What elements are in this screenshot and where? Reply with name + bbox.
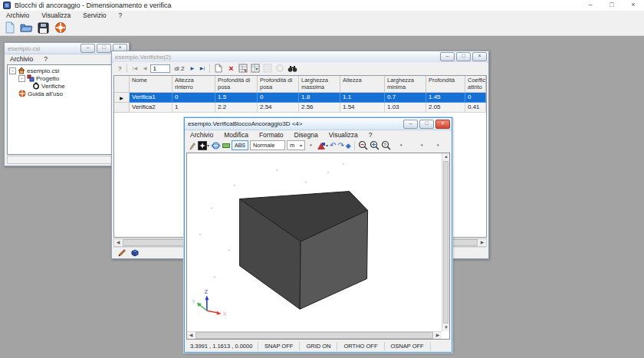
previous-record-button[interactable]: ◀ xyxy=(140,64,149,73)
pencil-icon[interactable] xyxy=(189,141,196,150)
osnap-toggle[interactable]: OSNAP OFF xyxy=(384,342,431,350)
view3d-minimize-button[interactable]: – xyxy=(403,120,418,129)
cell-value[interactable]: 1.54 xyxy=(340,103,385,113)
column-header[interactable]: Coefficiente attrito xyxy=(465,76,486,93)
scroll-down-icon[interactable]: ▼ xyxy=(442,324,450,331)
cell-value[interactable]: 2.2 xyxy=(215,103,258,113)
drawing-canvas[interactable]: Z X Y xyxy=(187,153,442,331)
expander-icon[interactable]: - xyxy=(18,75,25,82)
view3d-vertical-scrollbar[interactable]: ▲ ▼ xyxy=(442,153,449,331)
open-folder-icon[interactable] xyxy=(20,21,33,34)
menu-archivio[interactable]: Archivio xyxy=(0,11,35,20)
zoom-extents-icon[interactable] xyxy=(370,140,380,150)
toolbar-overflow-button[interactable]: ▾ xyxy=(434,140,442,151)
column-header[interactable]: Altezza rinterro xyxy=(172,76,215,93)
close-button[interactable]: × xyxy=(623,0,644,11)
selector-header[interactable] xyxy=(114,76,130,93)
tree-window-minimize-button[interactable]: – xyxy=(80,44,95,53)
cell-value[interactable]: 2.54 xyxy=(258,103,299,113)
unit-combobox[interactable]: m ▾ xyxy=(287,140,305,150)
grid-window-titlebar[interactable]: esempio.Verifiche(2) – □ × xyxy=(112,51,488,63)
column-header[interactable]: Larghezza minima xyxy=(385,76,426,93)
cell-value[interactable]: 1.45 xyxy=(426,93,465,103)
cell-value[interactable]: 2.56 xyxy=(299,103,340,113)
last-record-button[interactable]: ▶| xyxy=(198,64,206,73)
tree-node-guida[interactable]: Guida all'uso xyxy=(9,90,126,97)
combo-dropdown-button[interactable]: ▾ xyxy=(307,140,315,151)
row-selector[interactable] xyxy=(114,103,130,113)
cell-value[interactable]: 2.05 xyxy=(426,103,465,113)
cell-value[interactable]: 1.03 xyxy=(385,103,426,113)
delete-record-icon[interactable]: × xyxy=(225,64,236,74)
new-record-icon[interactable] xyxy=(213,64,224,74)
column-header[interactable]: Profondità di posa xyxy=(258,76,299,93)
new-document-icon[interactable] xyxy=(3,21,16,34)
column-header[interactable]: Larghezza massima xyxy=(299,76,340,93)
redo-icon[interactable]: ↷ xyxy=(337,141,343,150)
maximize-button[interactable]: □ xyxy=(601,0,623,11)
tree-menu-archivio[interactable]: Archivio xyxy=(5,54,38,64)
menu-help[interactable]: ? xyxy=(113,11,129,20)
menu-servizio[interactable]: Servizio xyxy=(77,11,112,20)
layer-color-button[interactable]: ▾ xyxy=(198,141,209,150)
grid-window-minimize-button[interactable]: – xyxy=(440,52,455,61)
cell-value[interactable]: 0 xyxy=(258,93,299,103)
tree-window-titlebar[interactable]: esempio.csi – □ × xyxy=(5,43,129,54)
edit-grid-icon[interactable] xyxy=(238,64,248,74)
scroll-right-icon[interactable]: ▶ xyxy=(434,332,442,339)
ortho-toggle[interactable]: ORTHO OFF xyxy=(337,342,383,350)
tree-menu-help[interactable]: ? xyxy=(38,54,53,64)
scroll-left-icon[interactable]: ◀ xyxy=(187,332,195,339)
column-header[interactable]: Profondità di posa xyxy=(215,76,258,93)
refresh-grid-icon[interactable] xyxy=(250,64,261,74)
style-combobox[interactable]: Normale xyxy=(250,140,285,150)
table-row[interactable]: ▶ Verifica1 0 1.5 0 1.8 1.1 0.7 1.45 0 xyxy=(114,93,486,103)
grid-toggle[interactable]: GRID ON xyxy=(299,342,337,350)
cell-value[interactable]: 1.5 xyxy=(215,93,258,103)
view3d-close-button[interactable]: × xyxy=(435,120,450,129)
orbit-icon[interactable] xyxy=(211,141,221,150)
cell-nome[interactable]: Verifica2 xyxy=(130,103,172,113)
record-position-input[interactable] xyxy=(150,64,170,73)
scrollbar-thumb[interactable] xyxy=(443,161,449,324)
row-selector-marker[interactable]: ▶ xyxy=(114,93,130,103)
find-binoculars-icon[interactable] xyxy=(287,64,297,74)
scroll-up-icon[interactable]: ▲ xyxy=(442,153,450,160)
cell-value[interactable]: 0.41 xyxy=(465,103,486,113)
cell-value[interactable]: 1.8 xyxy=(299,93,340,103)
tree-node-verifiche[interactable]: Verifiche xyxy=(9,82,126,90)
eraser-diamond-icon[interactable]: ◆ xyxy=(346,141,351,150)
tree-node-root[interactable]: - esempio.csi xyxy=(9,67,126,74)
cell-value[interactable]: 0.7 xyxy=(385,93,426,103)
view3d-horizontal-scrollbar[interactable]: ◀ ▶ xyxy=(187,331,442,339)
view3d-window-titlebar[interactable]: esempio.VerificaBloccoAncoraggio3D <4> –… xyxy=(185,118,452,130)
scrollbar-thumb[interactable] xyxy=(196,332,433,339)
cell-value[interactable]: 1 xyxy=(172,103,215,113)
cell-nome[interactable]: Verifica1 xyxy=(130,93,172,103)
grid-window-close-button[interactable]: × xyxy=(472,52,487,61)
view-style-button[interactable]: ▾ xyxy=(317,141,328,150)
column-header[interactable]: Altezza xyxy=(340,76,385,93)
snap-toggle[interactable]: SNAP OFF xyxy=(258,342,299,350)
undo-icon[interactable]: ↶ xyxy=(330,141,336,150)
zoom-out-icon[interactable] xyxy=(358,140,368,150)
scroll-right-icon[interactable]: ▶ xyxy=(478,239,486,246)
toolbar-overflow-button[interactable]: ▾ xyxy=(418,140,426,151)
zoom-window-icon[interactable]: ? xyxy=(381,140,391,150)
help-lifebuoy-icon[interactable] xyxy=(54,21,67,34)
save-icon[interactable] xyxy=(37,21,50,34)
minimize-button[interactable]: – xyxy=(580,0,601,11)
scroll-left-icon[interactable]: ◀ xyxy=(114,239,122,246)
cell-value[interactable]: 0 xyxy=(172,93,215,103)
tree-window-maximize-button[interactable]: □ xyxy=(97,44,111,53)
expander-icon[interactable]: - xyxy=(9,67,16,74)
view3d-maximize-button[interactable]: □ xyxy=(419,120,434,129)
menu-visualizza[interactable]: Visualizza xyxy=(35,11,77,20)
grid-help-button[interactable]: ? xyxy=(116,65,123,72)
first-record-button[interactable]: |◀ xyxy=(130,64,139,73)
column-header[interactable]: Nome xyxy=(130,76,172,93)
tree-node-progetto[interactable]: - Progetto xyxy=(9,74,126,82)
cell-value[interactable]: 1.1 xyxy=(340,93,385,103)
cell-value[interactable]: 0 xyxy=(465,93,486,103)
table-row[interactable]: Verifica2 1 2.2 2.54 2.56 1.54 1.03 2.05… xyxy=(114,103,486,113)
